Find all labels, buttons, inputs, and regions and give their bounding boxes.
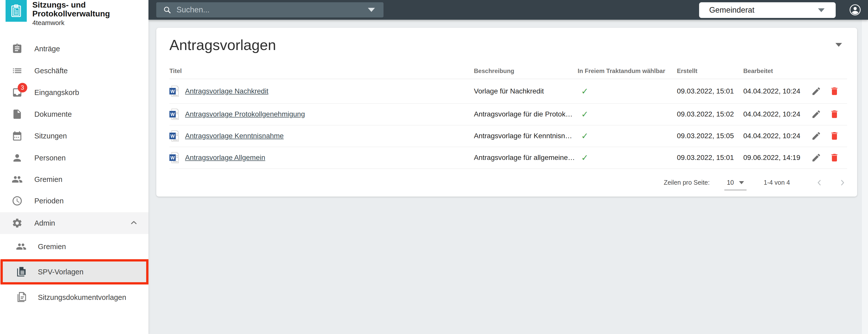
committee-select-value: Gemeinderat [709,5,818,14]
pencil-icon [811,153,821,163]
cell-modified: 04.04.2022, 10:24 [743,132,810,140]
sidebar-item-spv-vorlagen[interactable]: SPV-Vorlagen [0,260,149,283]
app-title-line2: Protokollverwaltung [32,9,110,18]
sidebar-item-sitzungen[interactable]: Sitzungen [0,125,149,147]
sidebar-item-label: Gremien [34,175,62,184]
chevron-up-icon [129,218,138,228]
sidebar-item-sitzungsdokumentvorlagen[interactable]: Sitzungsdokumentvorlagen [0,286,149,308]
scrollbar-track[interactable] [862,20,868,334]
edit-button[interactable] [811,109,821,119]
sidebar-item-label: Admin [34,219,55,227]
table-row: W Antragsvorlage Allgemein Antragsvorlag… [169,147,847,169]
people-icon [11,173,23,185]
cell-description: Antragsvorlage für Kenntnisn… [474,132,578,140]
cell-modified: 04.04.2022, 10:24 [743,87,810,95]
sidebar-item-admin-gremien[interactable]: Gremien [0,236,149,257]
select-underline [724,190,747,190]
template-link[interactable]: Antragsvorlage Allgemein [185,154,265,162]
app-window: Gemeinderat Sitzungs- und [0,0,868,334]
svg-text:W: W [170,89,175,94]
app-logo [5,0,27,22]
word-file-icon: W [169,109,179,120]
sidebar-item-label: Perioden [34,197,64,205]
table-pagination: Zeilen pro Seite: 10 1-4 von 4 [169,169,847,196]
template-link[interactable]: Antragsvorlage Protokollgenehmigung [185,110,305,118]
rows-per-page-select[interactable]: 10 [725,179,746,186]
person-circle-icon [849,4,861,16]
sidebar-item-antraege[interactable]: Anträge [0,38,149,60]
global-search[interactable] [156,2,383,18]
cell-description: Vorlage für Nachkredit [474,87,578,95]
template-link[interactable]: Antragsvorlage Kenntnisnahme [185,132,284,140]
delete-button[interactable] [829,109,839,119]
sidebar-item-label: Sitzungsdokumentvorlagen [38,293,126,302]
search-input[interactable] [176,5,368,14]
rows-per-page-label: Zeilen pro Seite: [664,179,710,186]
committee-select[interactable]: Gemeinderat [699,2,836,18]
edit-button[interactable] [811,131,821,141]
person-icon [11,152,23,164]
trash-icon [829,86,839,96]
check-icon: ✓ [578,86,677,96]
check-icon: ✓ [578,109,677,119]
word-file-icon: W [169,130,179,142]
previous-page-button[interactable] [815,178,824,187]
svg-text:W: W [170,112,175,117]
card-menu-caret-icon[interactable] [835,43,842,47]
table-row: W Antragsvorlage Nachkredit Vorlage für … [169,79,847,103]
table-header: Titel Beschreibung In Freiem Traktandum … [169,63,847,79]
svg-text:W: W [170,155,175,160]
top-app-bar: Gemeinderat [149,0,868,20]
svg-text:W: W [170,134,175,139]
rows-per-page-value: 10 [727,179,734,186]
column-header-traktandum: In Freiem Traktandum wählbar [578,67,677,74]
edit-button[interactable] [811,153,821,163]
sidebar-item-eingangskorb[interactable]: 3 Eingangskorb [0,82,149,103]
next-page-button[interactable] [838,178,847,187]
sidebar-item-gremien[interactable]: Gremien [0,169,149,190]
gear-icon [11,217,23,229]
cell-created: 09.03.2022, 15:05 [677,132,743,140]
trash-icon [829,131,839,141]
sidebar-item-label: Sitzungen [34,132,67,140]
sidebar-item-dokumente[interactable]: Dokumente [0,103,149,125]
template-link[interactable]: Antragsvorlage Nachkredit [185,87,268,95]
edit-button[interactable] [811,86,821,96]
column-header-titel: Titel [169,67,474,74]
sidebar-item-label: Gremien [38,243,66,251]
search-icon [163,5,172,14]
documents-icon [15,266,27,278]
sidebar-item-geschaefte[interactable]: Geschäfte [0,60,149,82]
delete-button[interactable] [829,131,839,141]
sidebar-item-label: Anträge [34,45,60,53]
cell-modified: 09.06.2022, 14:19 [743,154,810,162]
check-icon: ✓ [578,153,677,163]
word-file-icon: W [169,152,179,163]
word-file-icon: W [169,85,179,97]
clipboard-logo-icon [9,4,23,18]
documents-icon [15,291,27,303]
table-row: W Antragsvorlage Protokollgenehmigung An… [169,103,847,125]
pencil-icon [811,131,821,141]
pencil-icon [811,86,821,96]
user-avatar-button[interactable] [849,4,861,16]
app-title-line1: Sitzungs- und [32,0,110,9]
delete-button[interactable] [829,86,839,96]
sidebar-item-label: Eingangskorb [34,88,79,97]
page-title: Antragsvorlagen [169,36,276,53]
cell-modified: 04.04.2022, 10:24 [743,110,810,118]
delete-button[interactable] [829,153,839,163]
chevron-right-icon [838,178,847,187]
sidebar: Sitzungs- und Protokollverwaltung 4teamw… [0,0,149,334]
column-header-bearbeitet: Bearbeitet [743,67,810,74]
column-header-erstellt: Erstellt [677,67,743,74]
chevron-down-icon [739,181,744,184]
sidebar-item-personen[interactable]: Personen [0,147,149,169]
sidebar-item-perioden[interactable]: Perioden [0,190,149,212]
cell-description: Antragsvorlage für allgemeine… [474,154,578,162]
app-title: Sitzungs- und Protokollverwaltung 4teamw… [32,0,110,27]
app-vendor: 4teamwork [32,19,110,27]
search-dropdown-caret-icon[interactable] [368,8,375,12]
column-header-beschreibung: Beschreibung [474,67,578,74]
sidebar-item-admin[interactable]: Admin [0,212,149,234]
